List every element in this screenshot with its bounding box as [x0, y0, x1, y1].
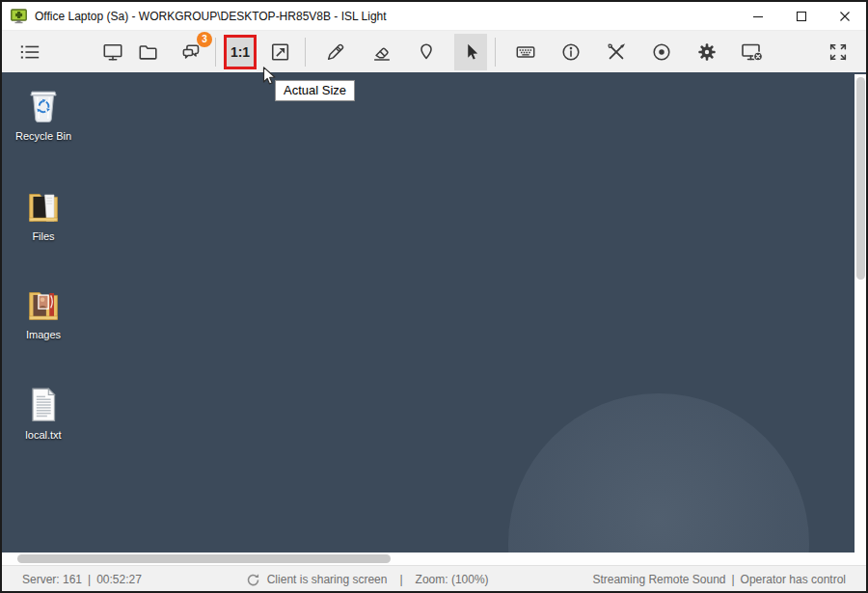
- desktop-icon-label: Files: [32, 230, 54, 242]
- monitor-select-button[interactable]: [96, 34, 129, 70]
- statusbar-sharing-info: Client is sharing screen|Zoom: (100%): [246, 573, 489, 587]
- folder-icon: [138, 41, 159, 63]
- minimize-button[interactable]: [736, 2, 779, 30]
- desktop-icon-files[interactable]: Files: [10, 184, 77, 242]
- record-button[interactable]: [645, 34, 678, 70]
- menu-list-icon: [19, 41, 41, 63]
- server-label: Server: 161: [22, 573, 82, 586]
- pointer-marker-icon: [416, 41, 437, 63]
- statusbar: Server: 161|00:52:27 Client is sharing s…: [2, 565, 866, 593]
- images-folder-icon: [21, 283, 66, 327]
- pencil-icon: [325, 41, 346, 63]
- desktop-icon-local-txt[interactable]: local.txt: [10, 383, 77, 441]
- admin-tools-button[interactable]: [600, 34, 633, 70]
- session-info-button[interactable]: [555, 34, 587, 70]
- maximize-button[interactable]: [779, 2, 823, 30]
- actual-size-tooltip: Actual Size: [275, 80, 355, 101]
- files-folder-icon: [21, 184, 66, 229]
- file-transfer-button[interactable]: [132, 34, 165, 70]
- settings-gear-icon: [696, 41, 718, 63]
- sound-status: Streaming Remote Sound: [592, 573, 725, 586]
- desktop-icon-images[interactable]: Images: [10, 283, 77, 340]
- fullscreen-icon: [827, 41, 849, 63]
- admin-tools-icon: [606, 41, 627, 63]
- session-duration: 00:52:27: [96, 573, 142, 586]
- end-session-icon: [741, 40, 764, 64]
- toolbar-separator: [305, 38, 306, 67]
- record-icon: [651, 41, 672, 63]
- info-icon: [560, 41, 582, 63]
- horizontal-scrollbar-thumb[interactable]: [17, 554, 391, 563]
- text-file-icon: [21, 383, 66, 427]
- vertical-scrollbar[interactable]: [854, 74, 866, 553]
- window-title: Office Laptop (Sa) - WORKGROUP\DESKTOP-H…: [35, 10, 387, 23]
- statusbar-separator: |: [88, 573, 91, 586]
- titlebar: Office Laptop (Sa) - WORKGROUP\DESKTOP-H…: [2, 2, 866, 31]
- session-toolbar: 3 1:1: [2, 31, 866, 72]
- cursor-tool-button[interactable]: [454, 34, 487, 70]
- eraser-icon: [371, 41, 393, 63]
- zoom-level: Zoom: (100%): [416, 573, 489, 586]
- toolbar-separator: [495, 38, 496, 67]
- remote-desktop-view[interactable]: Recycle Bin Files: [2, 72, 866, 565]
- settings-button[interactable]: [691, 34, 723, 70]
- end-desktop-session-button[interactable]: [736, 34, 769, 70]
- monitor-icon: [102, 41, 123, 63]
- vertical-scrollbar-thumb[interactable]: [856, 77, 865, 280]
- keyboard-icon: [515, 41, 536, 63]
- statusbar-control-info: Streaming Remote Sound|Operator has cont…: [592, 573, 846, 586]
- fit-to-screen-button[interactable]: [264, 34, 297, 70]
- chat-button[interactable]: 3: [175, 34, 207, 70]
- cursor-arrow-icon: [460, 41, 481, 63]
- statusbar-session-info: Server: 161|00:52:27: [22, 573, 142, 586]
- statusbar-separator: |: [731, 573, 734, 586]
- recycle-bin-icon: [21, 84, 66, 128]
- statusbar-separator: |: [399, 573, 402, 586]
- refresh-icon: [246, 573, 260, 587]
- fit-to-screen-icon: [270, 41, 291, 63]
- eraser-tool-button[interactable]: [366, 34, 398, 70]
- horizontal-scrollbar[interactable]: [2, 553, 866, 565]
- isl-light-window: Office Laptop (Sa) - WORKGROUP\DESKTOP-H…: [0, 0, 868, 593]
- close-button[interactable]: [823, 2, 866, 30]
- desktop-icon-label: Recycle Bin: [15, 130, 71, 142]
- mouse-cursor: [258, 66, 280, 87]
- wallpaper-circle: [508, 393, 809, 565]
- draw-tool-button[interactable]: [319, 34, 352, 70]
- actual-size-button[interactable]: 1:1: [224, 35, 257, 69]
- keyboard-button[interactable]: [509, 34, 542, 70]
- toolbar-separator: [215, 38, 216, 67]
- client-status: Client is sharing screen: [267, 573, 388, 586]
- desktop-icon-label: local.txt: [25, 429, 61, 441]
- chat-badge: 3: [197, 32, 212, 47]
- pointer-marker-button[interactable]: [410, 34, 443, 70]
- desktop-icon-label: Images: [26, 329, 61, 340]
- desktop-icon-recycle-bin[interactable]: Recycle Bin: [10, 84, 77, 142]
- window-controls: [736, 2, 866, 30]
- control-status: Operator has control: [741, 573, 846, 586]
- isl-light-app-icon: [11, 9, 27, 24]
- session-menu-button[interactable]: [14, 34, 46, 70]
- fullscreen-button[interactable]: [822, 34, 854, 70]
